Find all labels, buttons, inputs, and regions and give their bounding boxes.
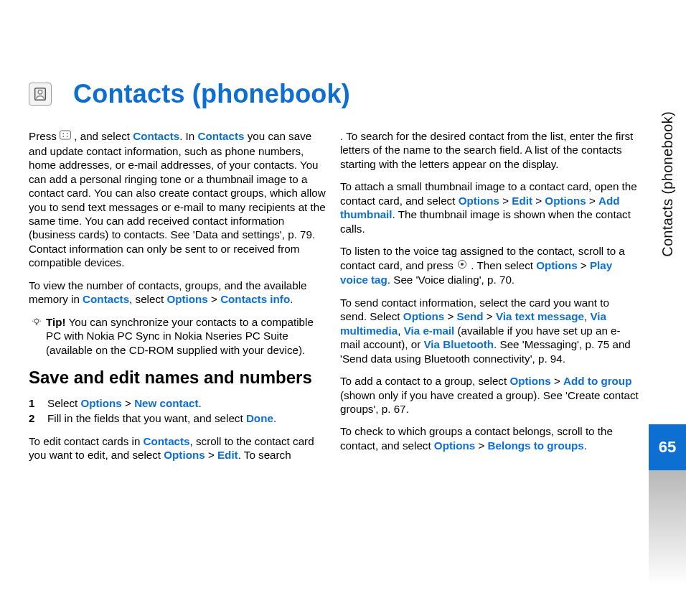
send-contact-paragraph: To send contact information, select the … <box>340 296 639 365</box>
link-edit: Edit <box>217 449 238 461</box>
separator-gt: > <box>484 310 496 322</box>
menu-key-icon <box>60 129 71 143</box>
scroll-key-icon <box>456 258 468 272</box>
text: , <box>398 325 403 337</box>
svg-point-1 <box>38 90 42 95</box>
text: . See 'Voice dialing', p. 70. <box>387 274 514 286</box>
steps-list: 1 Select Options > New contact. 2 Fill i… <box>29 396 327 426</box>
text: To edit contact cards in <box>29 435 144 447</box>
separator-gt: > <box>586 195 598 207</box>
link-contacts: Contacts <box>83 293 129 305</box>
link-options: Options <box>164 449 205 461</box>
edit-cards-paragraph-part1: To edit contact cards in Contacts, scrol… <box>29 434 327 462</box>
svg-point-3 <box>63 133 65 134</box>
manual-page: Contacts (phonebook) Press , and select … <box>0 0 686 616</box>
text: . In <box>179 130 197 142</box>
link-via-bluetooth: Via Bluetooth <box>423 338 494 350</box>
text: (shown only if you have created a group)… <box>340 389 639 415</box>
text: . <box>290 293 293 305</box>
link-options: Options <box>80 397 121 409</box>
separator-gt: > <box>444 310 456 322</box>
text: Select <box>47 397 80 409</box>
text: you can save and update contact informat… <box>29 130 326 269</box>
add-to-group-paragraph: To add a contact to a group, select Opti… <box>340 374 639 416</box>
link-new-contact: New contact <box>134 397 198 409</box>
link-via-text: Via text message <box>496 310 584 322</box>
text: . To search for the desired contact from… <box>340 130 633 170</box>
tip-block: Tip! You can synchronize your contacts t… <box>29 315 327 357</box>
link-via-email: Via e-mail <box>404 325 455 337</box>
side-label-wrap: Contacts (phonebook) <box>659 25 676 424</box>
left-column: Press , and select Contacts. In Contacts… <box>29 129 327 471</box>
step-2: 2 Fill in the fields that you want, and … <box>29 411 327 425</box>
svg-point-5 <box>63 136 65 137</box>
text: . <box>273 412 276 424</box>
link-edit: Edit <box>512 195 532 207</box>
separator-gt: > <box>499 195 512 207</box>
content-columns: Press , and select Contacts. In Contacts… <box>29 129 657 471</box>
side-tab: Contacts (phonebook) 65 <box>649 25 686 585</box>
lightbulb-icon <box>32 317 42 330</box>
link-contacts-info: Contacts info <box>220 293 290 305</box>
tip-text: Tip! You can synchronize your contacts t… <box>46 315 327 357</box>
text: , and select <box>71 130 133 142</box>
text: Fill in the fields that you want, and se… <box>47 412 246 424</box>
link-options: Options <box>403 310 444 322</box>
thumbnail-paragraph: To attach a small thumbnail image to a c… <box>340 179 639 235</box>
text: , select <box>129 293 166 305</box>
link-options: Options <box>434 439 475 452</box>
separator-gt: > <box>122 397 134 409</box>
separator-gt: > <box>205 449 217 461</box>
side-gradient <box>649 470 686 585</box>
text: . <box>584 439 587 452</box>
link-belongs-to-groups: Belongs to groups <box>488 439 584 452</box>
link-send: Send <box>457 310 484 322</box>
svg-point-7 <box>34 319 39 323</box>
page-number: 65 <box>659 438 676 457</box>
text: . <box>199 397 202 409</box>
svg-point-6 <box>67 136 68 137</box>
section-heading-save-edit: Save and edit names and numbers <box>29 367 327 389</box>
link-options: Options <box>536 259 577 271</box>
separator-gt: > <box>208 293 220 305</box>
link-add-to-group: Add to group <box>563 375 631 387</box>
svg-point-9 <box>461 263 464 266</box>
link-contacts: Contacts <box>144 435 190 447</box>
tip-label: Tip! <box>46 316 66 328</box>
edit-cards-paragraph-part2: . To search for the desired contact from… <box>340 129 639 171</box>
contacts-app-icon <box>29 83 52 106</box>
text: Press <box>29 130 60 142</box>
text: To add a contact to a group, select <box>340 375 509 387</box>
link-options: Options <box>166 293 207 305</box>
separator-gt: > <box>578 259 590 271</box>
belongs-to-groups-paragraph: To check to which groups a contact belon… <box>340 424 639 452</box>
step-text: Fill in the fields that you want, and se… <box>47 411 276 425</box>
text: You can synchronize your contacts to a c… <box>46 316 314 356</box>
link-contacts: Contacts <box>133 130 179 142</box>
separator-gt: > <box>475 439 487 452</box>
link-options: Options <box>509 375 550 387</box>
intro-paragraph: Press , and select Contacts. In Contacts… <box>29 129 327 270</box>
text: . Then select <box>468 259 536 271</box>
page-title: Contacts (phonebook) <box>73 79 350 109</box>
link-contacts: Contacts <box>197 130 244 142</box>
step-number: 1 <box>29 396 39 410</box>
link-options: Options <box>545 195 586 207</box>
link-options: Options <box>459 195 499 207</box>
heading-row: Contacts (phonebook) <box>29 79 657 109</box>
link-done: Done <box>246 412 273 424</box>
svg-point-4 <box>67 133 68 134</box>
voice-tag-paragraph: To listen to the voice tag assigned to t… <box>340 244 639 287</box>
step-1: 1 Select Options > New contact. <box>29 396 327 410</box>
step-text: Select Options > New contact. <box>47 396 202 410</box>
separator-gt: > <box>532 195 545 207</box>
side-section-label: Contacts (phonebook) <box>659 111 676 257</box>
text: . To search <box>238 449 291 461</box>
right-column: . To search for the desired contact from… <box>340 129 639 471</box>
step-number: 2 <box>29 411 39 425</box>
view-info-paragraph: To view the number of contacts, groups, … <box>29 279 327 307</box>
page-number-badge: 65 <box>649 424 686 470</box>
svg-rect-2 <box>60 131 71 139</box>
separator-gt: > <box>551 375 563 387</box>
